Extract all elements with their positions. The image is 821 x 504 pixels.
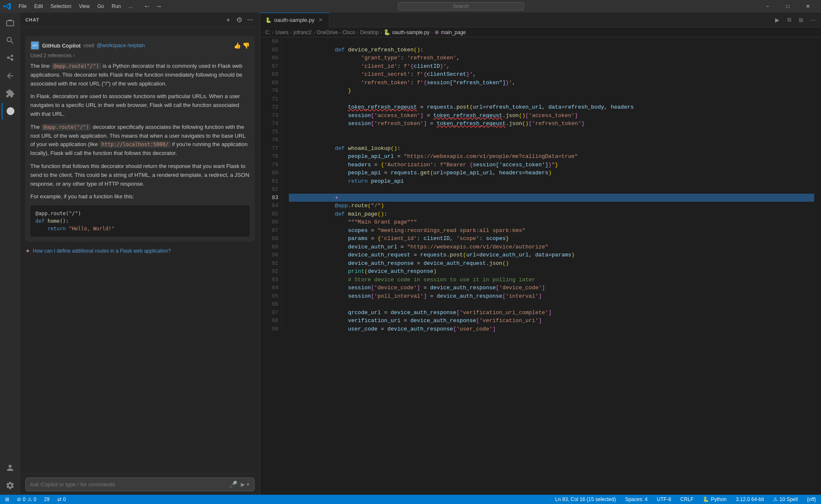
run-debug-icon[interactable] <box>2 67 19 84</box>
suggestion-link[interactable]: ✦ How can I define additional routes in … <box>25 247 255 255</box>
cursor-position[interactable]: Ln 83, Col 16 (15 selected) <box>554 495 618 504</box>
chat-more-button[interactable]: ⋯ <box>245 15 255 24</box>
chat-input[interactable] <box>30 481 226 488</box>
breadcrumb-user[interactable]: jofranc2 <box>293 29 312 35</box>
menu-go[interactable]: Go <box>94 3 107 10</box>
code-content[interactable]: def device_refresh_token(): 'grant_type'… <box>282 37 821 333</box>
python-file-icon: 🐍 <box>265 17 272 23</box>
thumbdown-button[interactable]: 👎 <box>243 42 250 49</box>
layout-button[interactable]: ⊞ <box>796 15 806 25</box>
line-num-89: 89 <box>264 243 278 251</box>
line-num-75: 75 <box>264 128 278 136</box>
maximize-button[interactable]: □ <box>778 0 797 13</box>
editor-area: 🐍 oauth-sample.py ✕ ▶ ⧉ ⊞ ⋯ C: › Users ›… <box>260 13 821 495</box>
ports-indicator[interactable]: ⇄ 0 <box>56 495 68 504</box>
line-num-78: 78 <box>264 152 278 161</box>
menu-view[interactable]: View <box>75 3 93 10</box>
error-count: 0 <box>23 496 26 502</box>
microphone-icon[interactable]: 🎤 <box>229 480 237 488</box>
code-example-block: @app.route("/") def home(): return "Hell… <box>30 205 250 237</box>
indentation-indicator[interactable]: Spaces: 4 <box>624 495 649 504</box>
chat-history-button[interactable] <box>235 15 244 24</box>
tab-close-button[interactable]: ✕ <box>317 17 324 24</box>
testing-icon[interactable] <box>2 440 19 457</box>
editor-more-button[interactable]: ⋯ <box>808 15 818 25</box>
chat-panel: CHAT + ⋯ </> <box>20 13 260 495</box>
errors-indicator[interactable]: ⊘ 0 ⚠ 0 <box>15 495 38 504</box>
chat-title: CHAT <box>25 17 39 22</box>
run-file-button[interactable]: ▶ <box>772 15 782 25</box>
workspace-reference[interactable]: @workspace /explain <box>97 43 145 48</box>
breadcrumb-drive[interactable]: C: <box>265 29 270 35</box>
spell-icon: ⚠ <box>773 496 778 502</box>
format-indicator[interactable]: {off} <box>805 495 818 504</box>
new-chat-button[interactable]: + <box>224 15 233 24</box>
chat-header: CHAT + ⋯ <box>20 13 260 27</box>
inline-code-3: http://localhost:5000/ <box>99 141 171 148</box>
line-num-82: 82 <box>264 185 278 194</box>
thumbup-button[interactable]: 👍 <box>234 42 241 49</box>
language-label: Python <box>711 496 726 502</box>
nav-arrows: ← → <box>142 2 164 11</box>
line-num-60: 60 <box>264 37 278 46</box>
breadcrumb-desktop[interactable]: Desktop <box>360 29 379 35</box>
line-num-66: 66 <box>264 54 278 62</box>
used-refs-label: Used 2 references <box>30 53 72 59</box>
language-icon: 🐍 <box>703 496 709 502</box>
close-button[interactable]: ✕ <box>798 0 818 13</box>
spell-check-indicator[interactable]: ⚠ 10 Spell <box>771 495 799 504</box>
menu-file[interactable]: File <box>15 3 30 10</box>
menu-more[interactable]: ... <box>125 3 136 10</box>
split-editor-button[interactable]: ⧉ <box>784 15 794 25</box>
line-num-65: 65 <box>264 46 278 54</box>
menu-run[interactable]: Run <box>108 3 124 10</box>
python-version-indicator[interactable]: 3.12.0 64-bit <box>734 495 766 504</box>
tab-actions: ▶ ⧉ ⊞ ⋯ <box>772 15 821 25</box>
language-indicator[interactable]: 🐍 Python <box>701 495 728 504</box>
breadcrumb-file[interactable]: oauth-sample.py <box>392 29 429 35</box>
search-icon[interactable] <box>2 32 19 49</box>
source-control-icon[interactable] <box>2 50 19 67</box>
explorer-icon[interactable] <box>2 14 19 31</box>
remote-indicator[interactable]: ⊞ <box>3 495 11 504</box>
chat-copilot-icon[interactable] <box>2 103 19 120</box>
nav-forward-button[interactable]: → <box>154 2 164 11</box>
nav-back-button[interactable]: ← <box>142 2 152 11</box>
ports-icon: ⇄ <box>57 496 61 502</box>
menu-selection[interactable]: Selection <box>47 3 75 10</box>
breadcrumb-onedrive[interactable]: OneDrive - Cisco <box>317 29 355 35</box>
line-num-97: 97 <box>264 309 278 317</box>
menu-edit[interactable]: Edit <box>31 3 46 10</box>
encoding-label: UTF-8 <box>657 496 671 502</box>
send-button[interactable]: ▶ ▼ <box>241 481 250 488</box>
account-icon[interactable] <box>2 459 19 476</box>
line-num-99: 99 <box>264 325 278 333</box>
line-numbers: 60 65 66 67 68 69 70 71 72 73 74 75 76 7… <box>260 37 282 333</box>
line-ending-label: CRLF <box>680 496 693 502</box>
line-num-67: 67 <box>264 62 278 71</box>
copilot-message: </> GitHub Copilot used @workspace /expl… <box>25 36 255 242</box>
line-ending-indicator[interactable]: CRLF <box>679 495 695 504</box>
error-icon: ⊘ <box>17 496 21 502</box>
spaces-label: Spaces: 4 <box>625 496 648 502</box>
tab-oauth-sample[interactable]: 🐍 oauth-sample.py ✕ <box>260 13 329 27</box>
used-workspace-label: used <box>83 43 94 48</box>
line-num-79: 79 <box>264 161 278 169</box>
extensions-icon[interactable] <box>2 85 19 102</box>
line-num-80: 80 <box>264 169 278 177</box>
breadcrumb: C: › Users › jofranc2 › OneDrive - Cisco… <box>260 27 821 37</box>
code-editor[interactable]: 60 65 66 67 68 69 70 71 72 73 74 75 76 7… <box>260 37 821 495</box>
send-arrow-icon: ▶ <box>241 481 245 488</box>
breadcrumb-users[interactable]: Users <box>275 29 288 35</box>
problems-indicator[interactable]: 29 <box>42 495 51 504</box>
line-num-84: 84 <box>264 202 278 210</box>
breadcrumb-function[interactable]: main_page <box>441 29 466 35</box>
encoding-indicator[interactable]: UTF-8 <box>655 495 673 504</box>
settings-icon[interactable] <box>2 477 19 494</box>
search-input[interactable] <box>398 2 524 11</box>
line-num-81: 81 <box>264 177 278 186</box>
minimize-button[interactable]: − <box>758 0 777 13</box>
send-chevron-icon: ▼ <box>246 482 250 487</box>
used-refs-toggle[interactable]: Used 2 references › <box>30 53 250 59</box>
line-num-77: 77 <box>264 144 278 153</box>
